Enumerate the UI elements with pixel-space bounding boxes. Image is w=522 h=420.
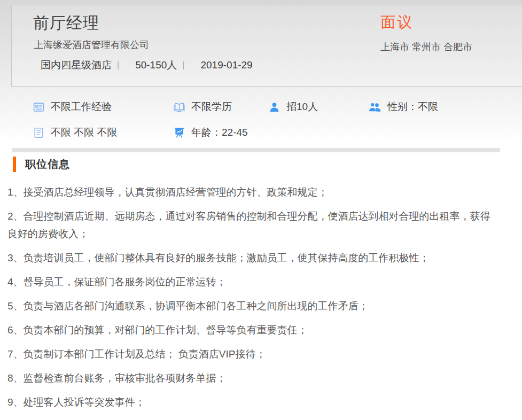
requirement-category-label: 不限 不限 不限 (51, 126, 118, 139)
company-size: 50-150人 (135, 59, 177, 71)
requirement-experience: 不限工作经验 (33, 99, 174, 114)
headcount-icon (269, 102, 280, 113)
job-description-line: 9、处理客人投诉等突发事件； (7, 393, 500, 411)
job-description-line: 2、合理控制酒店近期、远期房态，通过对客房销售的控制和合理分配，使酒店达到相对合… (7, 207, 500, 243)
section-divider (12, 148, 500, 152)
job-description-line: 6、负责本部门的预算，对部门的工作计划、督导等负有重要责任； (7, 321, 500, 339)
category-icon (33, 127, 44, 138)
education-icon (174, 102, 185, 113)
header-right-column: 面议 上海市 常州市 合肥市 (380, 14, 472, 52)
job-locations: 上海市 常州市 合肥市 (380, 42, 472, 52)
section-title: 职位信息 (25, 157, 70, 172)
salary-text: 面议 (380, 14, 472, 30)
requirement-category: 不限 不限 不限 (33, 125, 174, 140)
company-industry: 国内四星级酒店 (41, 59, 112, 71)
requirement-gender-label: 性别：不限 (387, 100, 438, 114)
meta-separator: | (182, 59, 184, 71)
age-icon (174, 127, 185, 138)
meta-separator: | (117, 59, 119, 71)
gender-icon (369, 102, 381, 113)
job-description-line: 4、督导员工，保证部门各服务岗位的正常运转； (7, 273, 500, 291)
publish-date: 2019-01-29 (200, 59, 252, 71)
job-description-line: 5、负责与酒店各部门沟通联系，协调平衡本部门各工种之间所出现的工作矛盾； (7, 297, 500, 315)
job-description-line: 7、负责制订本部门工作计划及总结； 负责酒店VIP接待； (7, 345, 500, 363)
requirement-age-label: 年龄：22-45 (191, 126, 248, 139)
requirement-gender: 性别：不限 (369, 99, 522, 114)
requirement-headcount-label: 招10人 (286, 100, 318, 114)
experience-icon (33, 102, 44, 113)
job-description-line: 8、监督检查前台账务，审核审批各项财务单据； (7, 369, 500, 387)
requirement-education-label: 不限学历 (191, 100, 232, 114)
job-description-line: 3、负责培训员工，使部门整体具有良好的服务技能；激励员工，使其保持高度的工作积极… (7, 249, 500, 267)
requirement-education: 不限学历 (174, 99, 269, 114)
job-description: 1、接受酒店总经理领导，认真贯彻酒店经营管理的方针、政策和规定； 2、合理控制酒… (7, 183, 505, 411)
requirement-age: 年龄：22-45 (174, 125, 522, 140)
job-header-card: 前厅经理 上海缘爱酒店管理有限公司 国内四星级酒店 | 50-150人 | 20… (11, 5, 522, 87)
company-meta-row: 国内四星级酒店 | 50-150人 | 2019-01-29 (41, 59, 522, 71)
requirements-grid: 不限工作经验 不限学历 招10人 性别：不限 (33, 99, 522, 140)
job-detail-page: 前厅经理 上海缘爱酒店管理有限公司 国内四星级酒店 | 50-150人 | 20… (0, 5, 522, 411)
section-accent-bar (13, 157, 16, 172)
job-description-line: 1、接受酒店总经理领导，认真贯彻酒店经营管理的方针、政策和规定； (7, 183, 500, 201)
job-info-section-header: 职位信息 (13, 157, 522, 172)
requirement-experience-label: 不限工作经验 (51, 100, 112, 114)
requirement-headcount: 招10人 (269, 99, 369, 114)
